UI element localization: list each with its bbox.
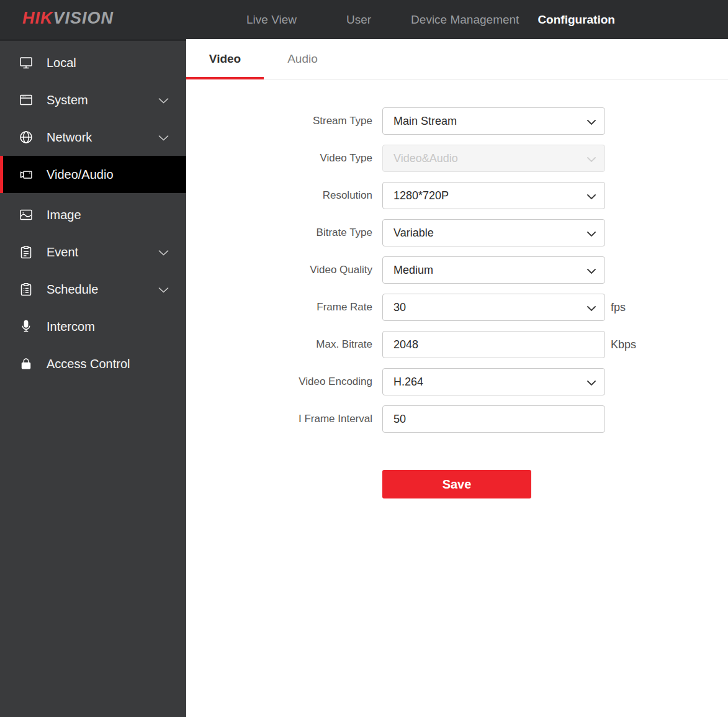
video-type-value: Video&Audio [393,152,458,165]
video-type-select: Video&Audio [382,145,605,172]
schedule-clipboard-icon [19,282,34,297]
monitor-icon [19,55,34,70]
max-bitrate-input[interactable] [382,331,605,358]
form-row-stream-type: Stream Type Main Stream [186,102,728,140]
video-quality-value: Medium [393,264,433,277]
nav-configuration[interactable]: Configuration [537,13,615,27]
form-row-max-bitrate: Max. Bitrate Kbps [186,326,728,363]
sidebar-item-network[interactable]: Network [0,119,186,156]
chevron-down-icon [158,245,169,259]
tab-video[interactable]: Video [186,39,264,79]
sidebar-item-label: Access Control [47,357,130,371]
video-quality-label: Video Quality [186,264,382,276]
globe-icon [19,130,34,145]
form-row-video-encoding: Video Encoding H.264 [186,363,728,400]
video-settings-form: Stream Type Main Stream Video Type Video… [186,79,728,498]
nav-live-view[interactable]: Live View [246,13,297,27]
bitrate-type-label: Bitrate Type [186,227,382,239]
logo-hik: HIK [22,9,53,27]
stream-type-select[interactable]: Main Stream [382,107,605,135]
sidebar-item-image[interactable]: Image [0,196,186,233]
page: HIKVISION Live View User Device Manageme… [0,0,728,717]
chevron-down-icon [587,227,596,240]
chevron-down-icon [587,189,596,202]
form-row-video-type: Video Type Video&Audio [186,140,728,177]
video-camera-icon [19,167,34,182]
video-encoding-select[interactable]: H.264 [382,368,605,395]
hikvision-logo: HIKVISION [22,9,114,28]
chevron-down-icon [587,152,596,165]
i-frame-interval-input[interactable] [382,405,605,433]
chevron-down-icon [587,301,596,314]
nav-device-management[interactable]: Device Management [411,13,519,27]
save-button[interactable]: Save [382,470,531,498]
tab-audio[interactable]: Audio [264,39,341,79]
sidebar-item-label: Intercom [47,320,95,334]
image-icon [19,207,34,222]
sidebar-item-label: Local [47,56,76,70]
form-row-i-frame-interval: I Frame Interval [186,400,728,438]
chevron-down-icon [587,264,596,277]
sidebar-item-label: Network [47,130,92,145]
microphone-icon [19,319,34,334]
event-clipboard-icon [19,245,34,259]
sidebar-item-local[interactable]: Local [0,44,186,81]
sidebar-item-label: System [47,93,88,107]
top-header: HIKVISION Live View User Device Manageme… [0,0,728,39]
tab-bar: Video Audio [186,39,728,79]
nav-user[interactable]: User [346,13,371,27]
chevron-down-icon [587,376,596,389]
video-quality-select[interactable]: Medium [382,256,605,284]
sidebar-item-label: Video/Audio [47,168,114,182]
sidebar-item-label: Schedule [47,282,98,297]
system-window-icon [19,92,34,107]
form-row-bitrate-type: Bitrate Type Variable [186,214,728,251]
sidebar-item-label: Image [47,208,81,222]
resolution-value: 1280*720P [393,189,449,202]
max-bitrate-unit: Kbps [611,338,636,351]
chevron-down-icon [158,282,169,297]
form-row-resolution: Resolution 1280*720P [186,177,728,214]
resolution-label: Resolution [186,189,382,202]
chevron-down-icon [158,130,169,145]
form-row-frame-rate: Frame Rate 30 fps [186,289,728,326]
sidebar: Local System [0,39,186,717]
bitrate-type-value: Variable [393,227,434,240]
stream-type-value: Main Stream [393,115,457,128]
frame-rate-value: 30 [393,301,406,314]
video-type-label: Video Type [186,152,382,165]
sidebar-item-intercom[interactable]: Intercom [0,308,186,345]
form-row-video-quality: Video Quality Medium [186,251,728,289]
resolution-select[interactable]: 1280*720P [382,182,605,209]
sidebar-item-schedule[interactable]: Schedule [0,271,186,308]
main-content: Video Audio Stream Type Main Stream Vide… [186,39,728,717]
lock-icon [19,356,34,371]
frame-rate-label: Frame Rate [186,301,382,313]
sidebar-item-access-control[interactable]: Access Control [0,345,186,382]
save-row: Save [186,470,728,498]
sidebar-item-video-audio[interactable]: Video/Audio [0,156,186,193]
i-frame-interval-label: I Frame Interval [186,413,382,425]
video-encoding-value: H.264 [393,376,423,389]
sidebar-item-event[interactable]: Event [0,233,186,271]
bitrate-type-select[interactable]: Variable [382,219,605,246]
max-bitrate-label: Max. Bitrate [186,338,382,351]
sidebar-item-label: Event [47,245,78,259]
frame-rate-unit: fps [611,301,626,314]
chevron-down-icon [158,93,169,107]
stream-type-label: Stream Type [186,115,382,127]
sidebar-item-system[interactable]: System [0,81,186,119]
video-encoding-label: Video Encoding [186,376,382,388]
top-nav: Live View User Device Management Configu… [246,0,615,39]
chevron-down-icon [587,115,596,128]
frame-rate-select[interactable]: 30 [382,294,605,321]
logo-vision: VISION [53,9,114,27]
